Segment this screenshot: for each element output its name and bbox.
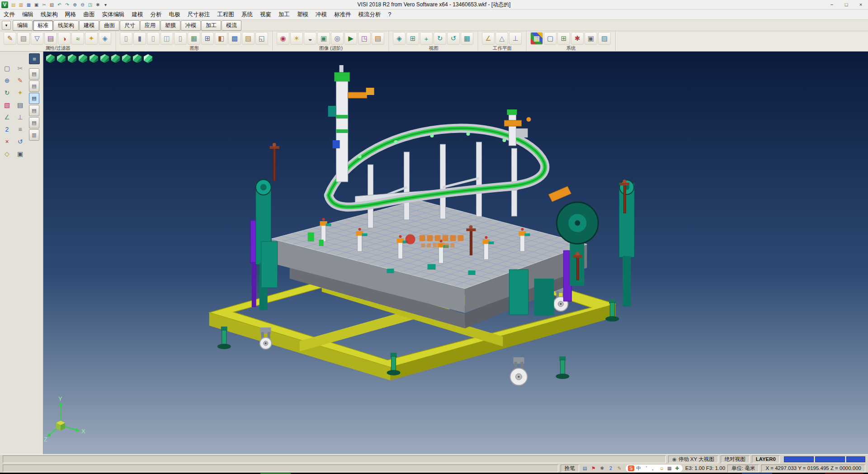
active-layer-indicator[interactable]: LAYER0 (752, 455, 780, 463)
viewport-3d[interactable]: Y X Z (43, 52, 868, 454)
menu-electrode[interactable]: 电极 (165, 9, 184, 19)
workplane-normal-icon[interactable]: ⊥ (509, 32, 522, 45)
zoom-fit-icon[interactable]: ◈ (393, 32, 406, 45)
menu-surface[interactable]: 曲面 (80, 9, 99, 19)
zoom-in-icon[interactable]: ⊕ (71, 1, 78, 8)
view-front-icon[interactable] (78, 54, 88, 63)
history-panel-button[interactable]: ▤ (29, 93, 39, 104)
tab-dimension[interactable]: 尺寸 (120, 20, 140, 31)
sogou-logo-icon[interactable]: S (628, 465, 634, 471)
viewport-menu-icon[interactable]: ≡ (29, 53, 40, 64)
filter-icon[interactable]: ▽ (31, 32, 43, 45)
texture-mode-icon[interactable]: ▨ (242, 32, 255, 45)
menu-wireframe[interactable]: 线架构 (37, 9, 61, 19)
count-status-icon[interactable]: 2 (607, 465, 614, 472)
menu-analysis[interactable]: 分析 (147, 9, 165, 19)
snap-settings-icon[interactable]: ✱ (571, 32, 584, 45)
tab-die[interactable]: 冲模 (181, 20, 201, 31)
cylinder-display-icon[interactable]: ▯ (174, 32, 187, 45)
menu-dimension[interactable]: 尺寸标注 (184, 9, 214, 19)
zoom-out-icon[interactable]: ⊖ (79, 1, 86, 8)
transparent-view-icon[interactable]: ◫ (160, 32, 173, 45)
sketch-icon[interactable]: ✎ (14, 75, 26, 86)
workplane-xy-icon[interactable]: ∠ (482, 32, 495, 45)
view-dynamic-icon[interactable] (143, 54, 153, 63)
measure-icon[interactable]: ∠ (1, 111, 13, 123)
trim-icon[interactable]: ✂ (14, 62, 26, 74)
tab-moldflow[interactable]: 模流 (222, 20, 241, 31)
section-view-icon[interactable]: ◧ (215, 32, 227, 45)
open-file-icon[interactable]: ▥ (18, 1, 24, 8)
wireframe-view-icon[interactable]: ▯ (120, 32, 132, 45)
settings-status-icon[interactable]: ✱ (599, 465, 606, 472)
view-left-icon[interactable] (100, 54, 109, 63)
delete-icon[interactable]: × (1, 136, 13, 147)
cut-icon[interactable]: ✂ (41, 1, 47, 8)
background-mode-icon[interactable]: ◱ (255, 32, 268, 45)
grid-display-icon[interactable]: ⊞ (201, 32, 214, 45)
tab-edit[interactable]: 编辑 (13, 20, 33, 31)
pen-status-icon[interactable]: ✎ (616, 465, 623, 472)
menu-solid-edit[interactable]: 实体编辑 (99, 9, 128, 19)
tab-surface[interactable]: 曲面 (99, 20, 119, 31)
workplane-3point-icon[interactable]: △ (495, 32, 508, 45)
tag-icon[interactable]: ◇ (1, 148, 13, 159)
select-icon[interactable]: ▢ (1, 62, 13, 74)
layer-color-swatch-3[interactable] (846, 456, 865, 462)
document-icon[interactable]: ▤ (14, 99, 26, 110)
view-top-icon[interactable] (57, 54, 66, 63)
clipboard-icon[interactable]: ▣ (14, 148, 26, 159)
previous-view-icon[interactable]: ↺ (447, 32, 460, 45)
menu-help[interactable]: ? (385, 9, 395, 19)
ime-fullwidth-icon[interactable]: 。 (651, 465, 657, 471)
tab-standard[interactable]: 标准 (33, 20, 53, 31)
menu-drafting[interactable]: 工程图 (214, 9, 238, 19)
lighting-icon[interactable]: ✶ (290, 32, 303, 45)
view-right-icon[interactable] (111, 54, 120, 63)
shaded-view-icon[interactable]: ▮ (133, 32, 146, 45)
animation-icon[interactable]: ▶ (344, 32, 357, 45)
menu-edit[interactable]: 编辑 (19, 9, 37, 19)
color-filter-icon[interactable]: ◑ (58, 32, 71, 45)
named-views-icon[interactable]: ▦ (461, 32, 473, 45)
color-palette-icon[interactable]: ▦ (530, 32, 543, 45)
ime-punctuation-icon[interactable]: ’ (643, 465, 650, 471)
point-2-icon[interactable]: 2 (1, 123, 13, 135)
ime-toolbox-icon[interactable]: ✚ (674, 465, 680, 471)
paint-icon[interactable]: ▧ (1, 99, 13, 110)
menu-mold[interactable]: 塑模 (293, 9, 312, 19)
menu-moldflow[interactable]: 模流分析 (355, 9, 385, 19)
menu-modeling[interactable]: 建模 (128, 9, 147, 19)
tab-film[interactable]: 塑膜 (160, 20, 180, 31)
align-icon[interactable]: ≡ (14, 123, 26, 135)
shadow-icon[interactable]: ◒ (304, 32, 316, 45)
menu-machining[interactable]: 加工 (275, 9, 293, 19)
advanced-render-icon[interactable]: ◉ (277, 32, 289, 45)
ime-keyboard-icon[interactable]: ▦ (666, 465, 673, 471)
attribute-copy-icon[interactable]: ▧ (17, 32, 30, 45)
selection-filter-icon[interactable]: ◈ (99, 32, 111, 45)
linetype-icon[interactable]: ≈ (71, 32, 84, 45)
new-file-icon[interactable]: ▤ (10, 1, 17, 8)
performance-icon[interactable]: ▨ (598, 32, 611, 45)
camera-icon[interactable]: ◎ (331, 32, 344, 45)
rotate-icon[interactable]: ↻ (1, 87, 13, 98)
info-panel-button[interactable]: ▥ (29, 129, 39, 141)
undo-small-icon[interactable]: ↺ (14, 136, 26, 147)
copy-icon[interactable]: ▧ (48, 1, 55, 8)
attribute-edit-icon[interactable]: ✎ (4, 32, 16, 45)
zoom-window-icon[interactable]: ⊞ (406, 32, 419, 45)
close-button[interactable]: × (854, 0, 868, 9)
tab-wireframe[interactable]: 线架构 (53, 20, 79, 31)
options-icon[interactable]: ▣ (585, 32, 597, 45)
image-export-icon[interactable]: ▤ (372, 32, 384, 45)
command-line[interactable] (3, 465, 558, 472)
rotate-view-icon[interactable]: ↻ (434, 32, 446, 45)
layer-manager-icon[interactable]: ▤ (44, 32, 57, 45)
hidden-line-icon[interactable]: ▯ (147, 32, 160, 45)
views-panel-button[interactable]: ▤ (29, 117, 39, 128)
ruler-icon[interactable]: ⊥ (14, 111, 26, 123)
qat-dropdown-icon[interactable]: ▾ (102, 1, 109, 8)
element-filter-icon[interactable]: ✦ (85, 32, 98, 45)
save-icon[interactable]: ▦ (25, 1, 32, 8)
